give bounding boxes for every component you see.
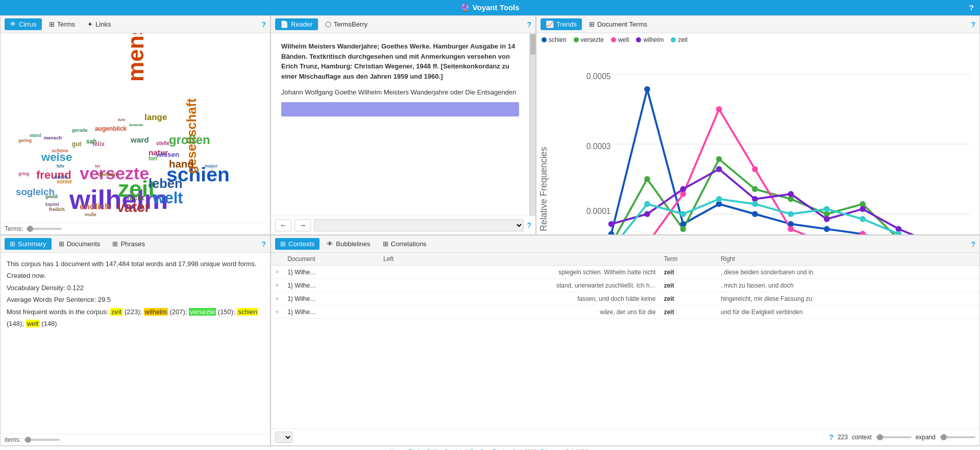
vocab-density: Vocabulary Density: 0.122 (7, 282, 264, 294)
word-ter[interactable]: ter (95, 163, 101, 169)
reader-footer-help[interactable]: ? (527, 221, 531, 229)
terms-slider[interactable] (26, 228, 62, 230)
contexts-grid-icon: ⊞ (280, 240, 286, 248)
expand-slider-thumb[interactable] (941, 434, 947, 440)
word-leben[interactable]: leben (149, 176, 183, 191)
word-gerade[interactable]: gerade (72, 128, 88, 133)
legend-label-schien: schien (549, 36, 567, 43)
word-fort[interactable]: fort (149, 156, 157, 161)
reader-toolbar: 📄 Reader TermsBerry ? (271, 16, 535, 33)
reader-scrollbar[interactable] (529, 33, 535, 216)
word-felix[interactable]: felix (92, 140, 105, 148)
word-stelle[interactable]: stelle (156, 140, 169, 146)
table-row[interactable]: + 1) Wilhe… wäre, der uns für die zeit u… (271, 305, 979, 319)
cirrus-help-button[interactable]: ? (261, 20, 266, 29)
reader-scrollbar-thumb[interactable] (530, 34, 535, 55)
tab-contexts[interactable]: ⊞ Contexts (275, 238, 320, 250)
prev-button[interactable]: ← (275, 219, 291, 231)
contexts-slider-thumb[interactable] (877, 434, 883, 440)
row-right: , diese beiden sonderbaren und in (717, 266, 979, 279)
table-row[interactable]: + 1) Wilhe… fassen, und doch hätte keine… (271, 292, 979, 305)
row-expand-btn[interactable]: + (271, 292, 283, 305)
row-expand-btn[interactable]: + (271, 305, 283, 319)
items-label: items: (5, 436, 21, 443)
trends-help-button[interactable]: ? (971, 20, 975, 29)
word-gring[interactable]: gring (18, 171, 29, 176)
tab-summary[interactable]: ⊞ Summary (5, 238, 52, 250)
tab-trends[interactable]: 📈 Trends (541, 18, 582, 30)
word-recht[interactable]: recht (127, 194, 144, 202)
tab-reader[interactable]: 📄 Reader (275, 18, 318, 30)
word-hand[interactable]: hand (169, 158, 194, 170)
table-row[interactable]: + 1) Wilhe… spiegeln schien. Wilhelm hat… (271, 266, 979, 279)
reader-help-button[interactable]: ? (527, 20, 531, 29)
table-row[interactable]: + 1) Wilhe… stand, unerwartet zuschließt… (271, 279, 979, 292)
word-augenblick[interactable]: augenblick (95, 125, 127, 132)
row-document: 1) Wilhe… (283, 305, 379, 319)
word-freilich[interactable]: freilich (49, 207, 65, 212)
word-lehr[interactable]: lehr (57, 163, 65, 169)
grid2-icon: ⊞ (589, 20, 595, 28)
word-fuhr[interactable]: fuhr (118, 117, 126, 122)
contexts-slider[interactable] (876, 436, 912, 438)
tab-cirrus[interactable]: 👁 Cirrus (5, 18, 42, 30)
word-sinne[interactable]: sinne (135, 207, 145, 211)
trends-chart-area: Relative Frequencies 0.0005 0.0003 0.000… (536, 46, 979, 235)
col-document: Document (283, 253, 379, 266)
tab-bubblelines[interactable]: 👁 Bubblelines (322, 238, 375, 250)
tab-correlations[interactable]: ⊞ Correlations (378, 238, 432, 250)
global-help-button[interactable]: ? (969, 3, 974, 12)
summary-slider[interactable] (24, 439, 60, 441)
expand-slider[interactable] (940, 436, 975, 438)
contexts-footer: ? 223 context expand (271, 429, 979, 445)
tab-documents[interactable]: ⊞ Documents (54, 238, 106, 250)
row-expand-btn[interactable]: + (271, 279, 283, 292)
row-document: 1) Wilhe… (283, 279, 379, 292)
word-gut[interactable]: gut (72, 140, 82, 148)
word-sonne[interactable]: sonne (57, 179, 72, 184)
svg-point-35 (752, 186, 758, 192)
eye-icon: 👁 (10, 20, 16, 28)
summary-slider-thumb[interactable] (25, 437, 31, 443)
word-endlich[interactable]: endlich (80, 202, 110, 212)
word-major[interactable]: major (205, 163, 217, 169)
tab-termsberry[interactable]: TermsBerry (320, 18, 373, 30)
word-mensch[interactable]: mensch (44, 135, 62, 140)
row-right: , mich zu fassen, und doch (717, 279, 979, 292)
word-lerando[interactable]: lerando (129, 123, 143, 127)
svg-point-46 (788, 226, 794, 232)
word-gering[interactable]: gering (18, 138, 32, 143)
contexts-term-select[interactable] (275, 432, 292, 443)
tab-links[interactable]: ✦ Links (82, 18, 116, 30)
contexts-count: 223 (838, 434, 848, 441)
summary-help-button[interactable]: ? (261, 240, 266, 248)
word-schöne[interactable]: schöne (52, 148, 68, 153)
summary-bottom-bar: items: (1, 434, 270, 445)
word-denken[interactable]: denken (97, 171, 117, 177)
terms-slider-thumb[interactable] (27, 226, 33, 232)
word-menschen[interactable]: menschen (123, 33, 149, 82)
col-left: Left (379, 253, 660, 266)
word-kapitel[interactable]: kapitel (45, 202, 59, 207)
row-expand-btn[interactable]: + (271, 266, 283, 279)
word-welt[interactable]: welt (153, 189, 183, 207)
word-muße[interactable]: muße (85, 212, 96, 217)
word-wissen[interactable]: wissen (156, 151, 179, 158)
word-lange[interactable]: lange (144, 112, 167, 123)
word-stand[interactable]: stand (30, 133, 41, 138)
word-großen[interactable]: großen (169, 133, 210, 147)
svg-point-22 (644, 86, 650, 92)
legend-dot-welt (611, 37, 616, 42)
reader-segment-select[interactable] (314, 219, 524, 231)
reader-highlight (281, 102, 519, 116)
contexts-footer-help[interactable]: ? (829, 433, 834, 441)
next-button[interactable]: → (295, 219, 311, 231)
tab-terms[interactable]: ⊞ Terms (44, 18, 80, 30)
legend-item-zeit: zeit (671, 36, 688, 43)
contexts-help-button[interactable]: ? (971, 240, 975, 248)
tab-document-terms[interactable]: ⊞ Document Terms (584, 18, 652, 30)
svg-text:0.0005: 0.0005 (586, 72, 611, 81)
tab-phrases[interactable]: ⊞ Phrases (107, 238, 150, 250)
word-gewiß[interactable]: gewiß (45, 194, 58, 199)
word-ward[interactable]: ward (131, 135, 149, 145)
